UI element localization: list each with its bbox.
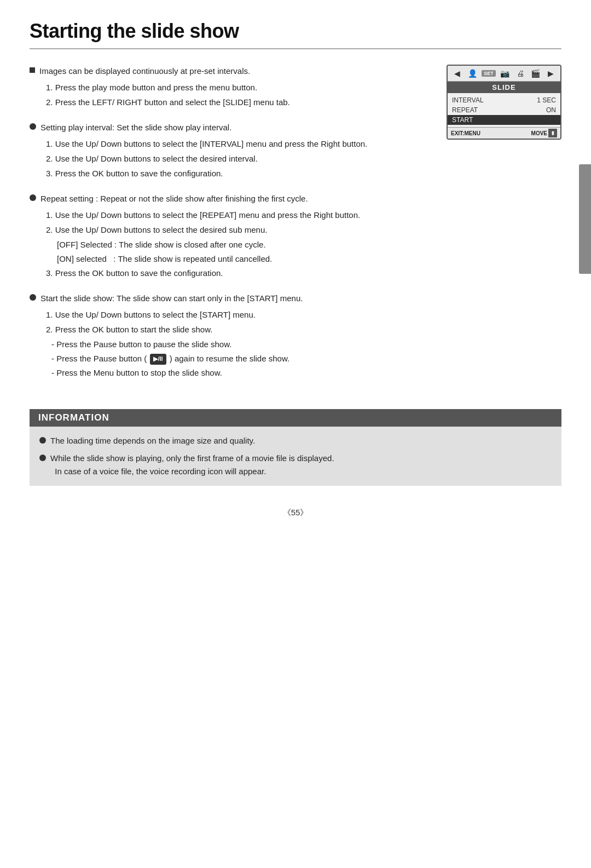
camera-screen: ◀ 👤 SET 📷 🖨 🎬 ▶ SLIDE INTERVAL 1 SEC bbox=[447, 65, 561, 140]
interval-value: 1 SEC bbox=[537, 96, 556, 104]
section-1: Images can be displayed continuously at … bbox=[30, 65, 430, 109]
camera-icon-bar: ◀ 👤 SET 📷 🖨 🎬 ▶ bbox=[448, 66, 560, 82]
list-item: 3. Press the OK button to save the confi… bbox=[46, 267, 430, 280]
section3-list: 1. Use the Up/ Down buttons to select th… bbox=[40, 209, 430, 280]
bullet-circle-icon bbox=[30, 194, 36, 201]
section-3: Repeat setting : Repeat or not the slide… bbox=[30, 192, 430, 280]
camera-icon: 📷 bbox=[499, 67, 511, 79]
info-bullet-2: While the slide show is playing, only th… bbox=[39, 452, 552, 478]
section-4: Start the slide show: The slide show can… bbox=[30, 292, 430, 380]
info-bullet-icon bbox=[39, 455, 46, 461]
repeat-value: ON bbox=[546, 106, 556, 114]
text-column: Images can be displayed continuously at … bbox=[30, 65, 430, 392]
section2-list: 1. Use the Up/ Down buttons to select th… bbox=[40, 137, 430, 180]
info-bullet-1: The loading time depends on the image si… bbox=[39, 434, 552, 447]
interval-label: INTERVAL bbox=[452, 96, 484, 104]
list-item: 1. Press the play mode button and press … bbox=[46, 81, 430, 94]
section3-main-text: Repeat setting : Repeat or not the slide… bbox=[40, 192, 308, 205]
bullet-circle-icon bbox=[30, 294, 36, 301]
dash-item: - Press the Pause button to pause the sl… bbox=[51, 338, 430, 351]
info-bullet-icon bbox=[39, 437, 46, 444]
repeat-label: REPEAT bbox=[452, 106, 478, 114]
move-control: MOVE ⬍ bbox=[531, 129, 557, 137]
list-item: 2. Use the Up/ Down buttons to select th… bbox=[46, 223, 430, 237]
slide-label: SLIDE bbox=[448, 82, 560, 93]
section4-list: 1. Use the Up/ Down buttons to select th… bbox=[40, 308, 430, 380]
print-icon: 🖨 bbox=[514, 67, 526, 79]
info-text-2: While the slide show is playing, only th… bbox=[50, 452, 334, 478]
exit-menu-label: EXIT:MENU bbox=[451, 130, 480, 136]
section1-main-text: Images can be displayed continuously at … bbox=[39, 65, 250, 78]
set-button: SET bbox=[482, 70, 496, 77]
information-section: INFORMATION The loading time depends on … bbox=[30, 409, 561, 486]
person-icon: 👤 bbox=[466, 67, 478, 79]
list-item: 1. Use the Up/ Down buttons to select th… bbox=[46, 308, 430, 321]
list-item: 2. Use the Up/ Down buttons to select th… bbox=[46, 152, 430, 165]
left-arrow-icon: ◀ bbox=[451, 67, 463, 79]
info-text-1: The loading time depends on the image si… bbox=[50, 434, 255, 447]
menu-rows: INTERVAL 1 SEC REPEAT ON START bbox=[448, 93, 560, 127]
section1-list: 1. Press the play mode button and press … bbox=[40, 81, 430, 109]
up-down-arrows-icon: ⬍ bbox=[548, 129, 557, 137]
list-item: 1. Use the Up/ Down buttons to select th… bbox=[46, 209, 430, 222]
bullet-square-icon bbox=[30, 67, 35, 73]
dash-item: - Press the Pause button ( ▶/II ) again … bbox=[51, 352, 430, 365]
dash-item: - Press the Menu button to stop the slid… bbox=[51, 366, 430, 380]
page-number: 《55》 bbox=[30, 508, 561, 518]
sub-item: [ON] selected : The slide show is repeat… bbox=[57, 252, 430, 266]
film-icon: 🎬 bbox=[530, 67, 542, 79]
list-item: 2. Press the OK button to start the slid… bbox=[46, 323, 430, 336]
scrollbar[interactable] bbox=[579, 164, 591, 274]
sub-item: [OFF] Selected : The slide show is close… bbox=[57, 238, 430, 251]
right-arrow-icon: ▶ bbox=[545, 67, 557, 79]
camera-bottom-bar: EXIT:MENU MOVE ⬍ bbox=[448, 127, 560, 139]
page-title: Starting the slide show bbox=[30, 20, 561, 49]
list-item: 2. Press the LEFT/ RIGHT button and sele… bbox=[46, 96, 430, 109]
menu-row-interval: INTERVAL 1 SEC bbox=[452, 95, 556, 105]
move-label: MOVE bbox=[531, 130, 547, 136]
pause-button-icon: ▶/II bbox=[150, 354, 166, 365]
bullet-circle-icon bbox=[30, 123, 36, 130]
section-2: Setting play interval: Set the slide sho… bbox=[30, 121, 430, 180]
information-header: INFORMATION bbox=[30, 409, 561, 427]
menu-row-repeat: REPEAT ON bbox=[452, 105, 556, 115]
start-label: START bbox=[452, 116, 473, 124]
information-body: The loading time depends on the image si… bbox=[30, 427, 561, 486]
menu-row-start: START bbox=[448, 115, 560, 125]
camera-widget: ◀ 👤 SET 📷 🖨 🎬 ▶ SLIDE INTERVAL 1 SEC bbox=[447, 65, 561, 140]
list-item: 3. Press the OK button to save the confi… bbox=[46, 167, 430, 180]
section2-main-text: Setting play interval: Set the slide sho… bbox=[40, 121, 231, 134]
list-item: 1. Use the Up/ Down buttons to select th… bbox=[46, 137, 430, 151]
section4-main-text: Start the slide show: The slide show can… bbox=[40, 292, 303, 305]
